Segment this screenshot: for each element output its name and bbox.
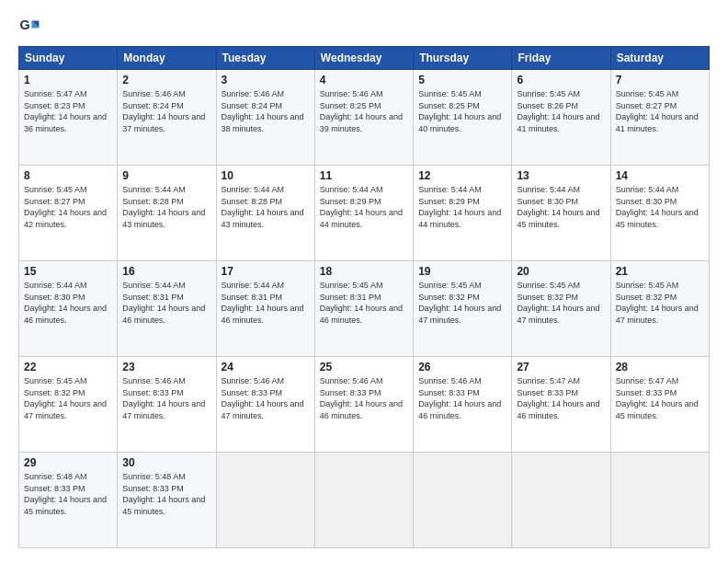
sunset-label: Sunset: 8:30 PM	[517, 197, 578, 206]
sunset-label: Sunset: 8:28 PM	[222, 197, 283, 206]
table-row: 26 Sunrise: 5:46 AM Sunset: 8:33 PM Dayl…	[414, 357, 512, 453]
day-info: Sunrise: 5:44 AM Sunset: 8:30 PM Dayligh…	[517, 184, 605, 230]
day-info: Sunrise: 5:44 AM Sunset: 8:30 PM Dayligh…	[616, 184, 704, 230]
header-wednesday: Wednesday	[314, 47, 413, 70]
table-row: 30 Sunrise: 5:48 AM Sunset: 8:33 PM Dayl…	[118, 453, 216, 548]
sunset-label: Sunset: 8:30 PM	[24, 293, 85, 302]
sunrise-label: Sunrise: 5:45 AM	[418, 89, 482, 98]
table-row: 24 Sunrise: 5:46 AM Sunset: 8:33 PM Dayl…	[216, 357, 314, 453]
header-saturday: Saturday	[610, 47, 709, 70]
calendar-row: 29 Sunrise: 5:48 AM Sunset: 8:33 PM Dayl…	[19, 453, 710, 548]
sunrise-label: Sunrise: 5:44 AM	[122, 185, 186, 194]
sunrise-label: Sunrise: 5:44 AM	[222, 281, 285, 290]
sunrise-label: Sunrise: 5:44 AM	[517, 185, 580, 194]
header-row: Sunday Monday Tuesday Wednesday Thursday…	[19, 47, 710, 70]
daylight-label: Daylight: 14 hours and 47 minutes.	[24, 399, 107, 420]
day-number: 22	[24, 361, 112, 373]
table-row: 3 Sunrise: 5:46 AM Sunset: 8:24 PM Dayli…	[216, 70, 314, 166]
header: G	[18, 15, 710, 37]
day-number: 6	[517, 74, 605, 86]
table-row: 6 Sunrise: 5:45 AM Sunset: 8:26 PM Dayli…	[512, 70, 610, 166]
sunset-label: Sunset: 8:24 PM	[222, 101, 283, 110]
table-row	[216, 453, 314, 548]
table-row: 23 Sunrise: 5:46 AM Sunset: 8:33 PM Dayl…	[118, 357, 216, 453]
table-row: 12 Sunrise: 5:44 AM Sunset: 8:29 PM Dayl…	[414, 166, 512, 261]
table-row: 29 Sunrise: 5:48 AM Sunset: 8:33 PM Dayl…	[19, 453, 118, 548]
sunset-label: Sunset: 8:33 PM	[222, 388, 283, 397]
header-friday: Friday	[512, 47, 610, 70]
sunrise-label: Sunrise: 5:46 AM	[320, 376, 383, 385]
sunrise-label: Sunrise: 5:45 AM	[517, 281, 580, 290]
header-thursday: Thursday	[414, 47, 512, 70]
day-number: 18	[320, 265, 408, 278]
calendar-table: Sunday Monday Tuesday Wednesday Thursday…	[18, 46, 710, 548]
table-row: 1 Sunrise: 5:47 AM Sunset: 8:23 PM Dayli…	[19, 70, 118, 166]
table-row: 25 Sunrise: 5:46 AM Sunset: 8:33 PM Dayl…	[314, 357, 413, 453]
sunset-label: Sunset: 8:27 PM	[24, 197, 85, 206]
daylight-label: Daylight: 14 hours and 47 minutes.	[122, 399, 205, 420]
sunrise-label: Sunrise: 5:46 AM	[222, 89, 285, 98]
daylight-label: Daylight: 14 hours and 44 minutes.	[320, 208, 403, 229]
day-number: 11	[320, 169, 408, 182]
daylight-label: Daylight: 14 hours and 47 minutes.	[222, 399, 304, 420]
table-row: 19 Sunrise: 5:45 AM Sunset: 8:32 PM Dayl…	[414, 261, 512, 357]
table-row: 10 Sunrise: 5:44 AM Sunset: 8:28 PM Dayl…	[216, 166, 314, 261]
day-info: Sunrise: 5:45 AM Sunset: 8:26 PM Dayligh…	[517, 88, 605, 134]
table-row: 11 Sunrise: 5:44 AM Sunset: 8:29 PM Dayl…	[314, 166, 413, 261]
sunrise-label: Sunrise: 5:48 AM	[24, 472, 87, 481]
daylight-label: Daylight: 14 hours and 46 minutes.	[320, 399, 403, 420]
sunset-label: Sunset: 8:31 PM	[320, 293, 381, 302]
table-row: 9 Sunrise: 5:44 AM Sunset: 8:28 PM Dayli…	[118, 166, 216, 261]
table-row	[314, 453, 413, 548]
table-row: 22 Sunrise: 5:45 AM Sunset: 8:32 PM Dayl…	[19, 357, 118, 453]
day-info: Sunrise: 5:46 AM Sunset: 8:33 PM Dayligh…	[320, 375, 408, 421]
daylight-label: Daylight: 14 hours and 46 minutes.	[320, 304, 403, 325]
day-info: Sunrise: 5:44 AM Sunset: 8:30 PM Dayligh…	[24, 280, 112, 326]
sunset-label: Sunset: 8:33 PM	[122, 484, 184, 493]
day-info: Sunrise: 5:44 AM Sunset: 8:29 PM Dayligh…	[418, 184, 506, 230]
day-info: Sunrise: 5:45 AM Sunset: 8:27 PM Dayligh…	[616, 88, 704, 134]
sunset-label: Sunset: 8:30 PM	[616, 197, 677, 206]
day-number: 3	[222, 74, 310, 86]
day-info: Sunrise: 5:45 AM Sunset: 8:32 PM Dayligh…	[24, 375, 112, 421]
daylight-label: Daylight: 14 hours and 46 minutes.	[122, 304, 205, 325]
day-number: 12	[418, 169, 506, 182]
day-info: Sunrise: 5:46 AM Sunset: 8:24 PM Dayligh…	[222, 88, 310, 134]
sunrise-label: Sunrise: 5:46 AM	[418, 376, 482, 385]
sunset-label: Sunset: 8:31 PM	[122, 293, 184, 302]
sunset-label: Sunset: 8:32 PM	[24, 388, 85, 397]
sunrise-label: Sunrise: 5:46 AM	[122, 89, 186, 98]
day-number: 17	[222, 265, 310, 278]
day-number: 14	[616, 169, 704, 182]
daylight-label: Daylight: 14 hours and 45 minutes.	[517, 208, 599, 229]
table-row: 4 Sunrise: 5:46 AM Sunset: 8:25 PM Dayli…	[314, 70, 413, 166]
day-number: 23	[122, 361, 210, 373]
day-number: 10	[222, 169, 310, 182]
header-monday: Monday	[118, 47, 216, 70]
day-number: 28	[616, 361, 704, 373]
day-number: 4	[320, 74, 408, 86]
daylight-label: Daylight: 14 hours and 40 minutes.	[418, 112, 501, 133]
sunset-label: Sunset: 8:25 PM	[320, 101, 381, 110]
daylight-label: Daylight: 14 hours and 46 minutes.	[222, 304, 304, 325]
sunset-label: Sunset: 8:33 PM	[517, 388, 578, 397]
table-row	[512, 453, 610, 548]
daylight-label: Daylight: 14 hours and 42 minutes.	[24, 208, 107, 229]
sunset-label: Sunset: 8:32 PM	[517, 293, 578, 302]
table-row	[610, 453, 709, 548]
day-info: Sunrise: 5:45 AM Sunset: 8:25 PM Dayligh…	[418, 88, 506, 134]
day-number: 7	[616, 74, 704, 86]
day-info: Sunrise: 5:46 AM Sunset: 8:33 PM Dayligh…	[122, 375, 210, 421]
daylight-label: Daylight: 14 hours and 47 minutes.	[517, 304, 599, 325]
day-info: Sunrise: 5:46 AM Sunset: 8:25 PM Dayligh…	[320, 88, 408, 134]
daylight-label: Daylight: 14 hours and 45 minutes.	[24, 495, 107, 516]
table-row: 2 Sunrise: 5:46 AM Sunset: 8:24 PM Dayli…	[118, 70, 216, 166]
sunrise-label: Sunrise: 5:45 AM	[517, 89, 580, 98]
sunset-label: Sunset: 8:28 PM	[122, 197, 184, 206]
daylight-label: Daylight: 14 hours and 41 minutes.	[616, 112, 699, 133]
page: G Sunday Monday Tuesday Wednesday Thursd…	[0, 0, 728, 563]
sunrise-label: Sunrise: 5:47 AM	[517, 376, 580, 385]
header-tuesday: Tuesday	[216, 47, 314, 70]
sunrise-label: Sunrise: 5:47 AM	[24, 89, 87, 98]
table-row: 16 Sunrise: 5:44 AM Sunset: 8:31 PM Dayl…	[118, 261, 216, 357]
